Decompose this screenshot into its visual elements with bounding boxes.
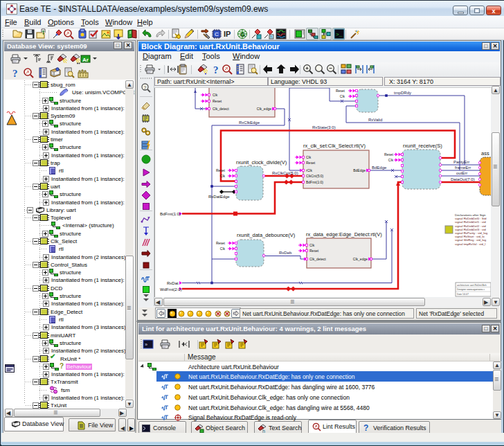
svg-text:Clk: Clk [388, 158, 394, 162]
svg-text:IP: IP [224, 30, 231, 38]
svg-text:BdEdge: BdEdge [353, 168, 366, 172]
svg-text:ClkCnt(5:0): ClkCnt(5:0) [306, 174, 324, 178]
svg-text:signal tmpRxVal : std_l: signal tmpRxVal : std_l [455, 242, 485, 246]
svg-text:Ar: Ar [82, 57, 89, 63]
svg-text:tmpDRdy: tmpDRdy [394, 91, 411, 95]
svg-text:>_: >_ [336, 31, 343, 37]
svg-text:Clk: Clk [220, 174, 226, 178]
svg-text:RxClkEdge: RxClkEdge [239, 121, 260, 125]
svg-text:Reset: Reset [384, 152, 394, 157]
svg-text:Reset: Reset [309, 249, 319, 253]
svg-text:?: ? [12, 68, 18, 78]
svg-text:Reset: Reset [216, 168, 226, 172]
svg-text:Clk: Clk [340, 94, 345, 98]
svg-text:Clk: Clk [213, 93, 218, 97]
svg-text:Clk_edge: Clk_edge [257, 107, 271, 111]
svg-text:outErr: outErr [456, 171, 467, 175]
svg-text:Clk_detect: Clk_detect [213, 107, 229, 111]
svg-text:frameErr: frameErr [455, 166, 471, 170]
svg-text:rxunit_receive(S): rxunit_receive(S) [403, 143, 442, 149]
svg-text:Clk: Clk [309, 243, 315, 247]
svg-text:ass: ass [481, 150, 489, 157]
svg-text:DataOut(7:0): DataOut(7:0) [451, 177, 475, 181]
svg-text:Reset: Reset [216, 241, 226, 245]
svg-text:?: ? [213, 64, 219, 75]
svg-text:Clk_detect: Clk_detect [309, 257, 326, 261]
svg-text:Date 14-07: Date 14-07 [457, 293, 469, 296]
svg-text:C: C [215, 31, 219, 37]
svg-text:ParityErr: ParityErr [453, 160, 469, 164]
svg-text:BdEdge: BdEdge [372, 166, 387, 170]
svg-text:Reset: Reset [306, 161, 316, 165]
svg-text:»: » [145, 342, 147, 348]
svg-text:RxClkCnt(5:0): RxClkCnt(5:0) [272, 171, 298, 175]
svg-text:RxValid: RxValid [368, 118, 382, 122]
svg-text:rClk: rClk [306, 168, 312, 172]
svg-text:Clk: Clk [220, 247, 226, 251]
svg-text:rxunit_clock_divide(V): rxunit_clock_divide(V) [236, 159, 287, 166]
svg-text:WdFmt(2:0): WdFmt(2:0) [160, 287, 182, 292]
svg-text:?: ? [144, 85, 147, 90]
svg-text:Reset: Reset [336, 89, 345, 93]
svg-text:Clk: Clk [306, 155, 312, 159]
svg-text:Reset: Reset [213, 99, 222, 103]
svg-text:Clk_edge: Clk_edge [353, 257, 368, 261]
svg-text:BdFmt(1:0): BdFmt(1:0) [160, 212, 181, 216]
svg-text:BdFmt(1:0): BdFmt(1:0) [306, 180, 323, 184]
svg-text:G: G [240, 31, 245, 38]
svg-text:RxState(3:0): RxState(3:0) [312, 125, 336, 130]
svg-text:RxDeb: RxDeb [279, 251, 292, 255]
svg-text:rx_clk_set:Clk_Select:rtl(V): rx_clk_set:Clk_Select:rtl(V) [303, 143, 366, 149]
svg-text:RxDatEdge: RxDatEdge [208, 195, 230, 199]
svg-text:rx_data_edge:Edge_Detect:rtl(V: rx_data_edge:Edge_Detect:rtl(V) [306, 231, 382, 238]
svg-text:RxDat: RxDat [167, 281, 179, 285]
svg-text:rxunit_data_debounce(V): rxunit_data_debounce(V) [237, 232, 296, 238]
svg-text:architecture uart.RxUnit.Beh: architecture uart.RxUnit.Beh [457, 284, 487, 287]
svg-text:h: h [270, 35, 272, 39]
svg-text:Designer www.agansoea c: Designer www.agansoea c [457, 288, 485, 291]
